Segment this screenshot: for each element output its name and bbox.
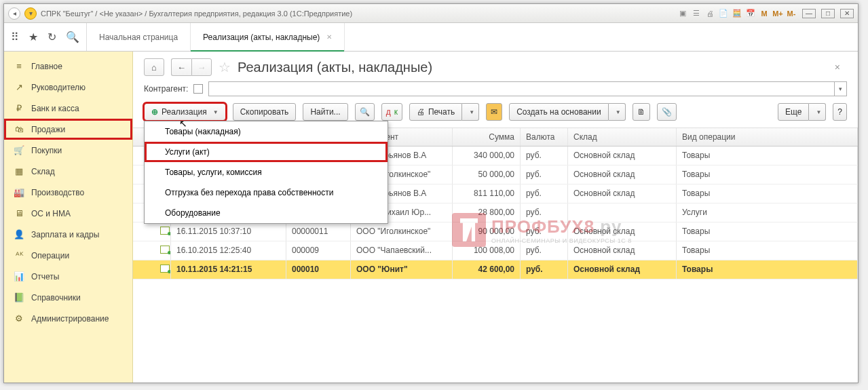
sidebar-item[interactable]: ₽Банк и касса xyxy=(4,98,132,119)
printer-icon: 🖨 xyxy=(417,107,425,117)
sidebar-icon: ↗ xyxy=(14,82,24,92)
mail-button[interactable]: ✉ xyxy=(486,103,502,121)
sidebar-item-label: Производство xyxy=(31,188,84,197)
cursor-icon: ↖ xyxy=(179,118,187,129)
sidebar-item[interactable]: ᴬᴷОперации xyxy=(4,245,132,266)
contragent-input[interactable] xyxy=(209,82,834,96)
sidebar-item-label: Руководителю xyxy=(31,83,86,92)
help-button[interactable]: ? xyxy=(833,103,847,121)
history-icon[interactable]: ↻ xyxy=(48,31,56,43)
close-button[interactable]: ✕ xyxy=(840,9,854,18)
sidebar-icon: 🛍 xyxy=(14,124,24,134)
th-op[interactable]: Вид операции xyxy=(677,128,858,146)
sidebar-item-label: Склад xyxy=(31,167,55,176)
attach-button[interactable]: 📎 xyxy=(657,103,677,121)
sidebar-item-label: Покупки xyxy=(31,146,62,155)
tool-icon[interactable]: 📄 xyxy=(718,8,729,19)
table-row[interactable]: 16.10.2015 12:25:40000009ООО "Чапаевский… xyxy=(133,241,858,260)
sidebar-item[interactable]: ⚙Администрирование xyxy=(4,308,132,329)
sidebar-icon: ⚙ xyxy=(14,313,24,324)
filter-checkbox[interactable] xyxy=(193,84,203,94)
sidebar-item-label: Отчеты xyxy=(31,272,59,281)
star-icon[interactable]: ★ xyxy=(29,31,38,43)
print-button[interactable]: 🖨Печать xyxy=(409,103,462,121)
apps-icon[interactable]: ⠿ xyxy=(11,31,19,43)
filter-input[interactable]: ▾ xyxy=(208,81,847,96)
chevron-down-icon: ▼ xyxy=(213,109,219,115)
sidebar-icon: ᴬᴷ xyxy=(14,250,24,260)
more-dropdown-button[interactable]: ▼ xyxy=(809,103,826,121)
table-row[interactable]: 16.11.2015 10:37:1000000011ООО "Иголкинс… xyxy=(133,222,858,241)
mode-m[interactable]: M xyxy=(759,8,770,19)
tool-icon[interactable]: 🖨 xyxy=(704,8,715,19)
maximize-button[interactable]: □ xyxy=(821,9,835,18)
sidebar-item-label: Зарплата и кадры xyxy=(31,230,99,239)
more-button[interactable]: Еще xyxy=(778,103,809,121)
sidebar-item[interactable]: ≡Главное xyxy=(4,56,132,77)
sidebar-item[interactable]: ↗Руководителю xyxy=(4,77,132,98)
create-based-button[interactable]: Создать на основании xyxy=(509,103,609,121)
sidebar-item[interactable]: 🖥ОС и НМА xyxy=(4,203,132,224)
sidebar-item-label: Банк и касса xyxy=(31,104,79,113)
clear-filter-button[interactable]: 🔍 xyxy=(355,103,375,121)
tab-bar: Начальная страница Реализация (акты, нак… xyxy=(87,23,345,51)
mode-mplus[interactable]: M+ xyxy=(772,8,783,19)
find-button[interactable]: Найти... xyxy=(303,103,347,121)
sidebar-item[interactable]: 🏭Производство xyxy=(4,182,132,203)
sidebar-item-label: Главное xyxy=(31,62,62,71)
filter-row: Контрагент: ▾ xyxy=(133,81,858,103)
tool-icon[interactable]: 🧮 xyxy=(732,8,742,19)
nav-down-icon[interactable]: ▾ xyxy=(24,7,37,20)
nav-back-icon[interactable]: ◂ xyxy=(8,7,20,20)
titlebar: ◂ ▾ СПРК "Бештуг" / <Не указан> / Бухгал… xyxy=(4,4,858,23)
search-icon[interactable]: 🔍 xyxy=(66,31,79,43)
th-store[interactable]: Склад xyxy=(568,128,677,146)
tool-icon[interactable]: ▣ xyxy=(677,8,688,19)
dropdown-item[interactable]: Товары, услуги, комиссия xyxy=(145,162,388,182)
home-button[interactable]: ⌂ xyxy=(144,58,164,76)
sidebar-item[interactable]: 📊Отчеты xyxy=(4,266,132,287)
sidebar-icon: ₽ xyxy=(14,103,24,113)
tab-start[interactable]: Начальная страница xyxy=(87,23,191,51)
close-page-icon[interactable]: × xyxy=(835,62,847,73)
sidebar-item-label: Операции xyxy=(31,251,69,260)
sidebar-icon: 📗 xyxy=(14,292,24,303)
sidebar-item[interactable]: ▦Склад xyxy=(4,161,132,182)
th-sum[interactable]: Сумма xyxy=(453,128,521,146)
filter-dropdown-icon[interactable]: ▾ xyxy=(834,82,846,96)
copy-button[interactable]: Скопировать xyxy=(233,103,297,121)
table-row[interactable]: 10.11.2015 14:21:15000010ООО "Юнит"42 60… xyxy=(133,260,858,279)
back-button[interactable]: ← xyxy=(171,58,191,76)
window-title: СПРК "Бештуг" / <Не указан> / Бухгалтери… xyxy=(41,9,673,18)
favorite-icon[interactable]: ☆ xyxy=(219,59,231,75)
dropdown-item[interactable]: Услуги (акт) xyxy=(145,142,388,162)
sidebar-icon: 🖥 xyxy=(14,208,24,218)
th-cur[interactable]: Валюта xyxy=(521,128,568,146)
sidebar-item[interactable]: 🛍Продажи xyxy=(4,119,132,140)
tab-realization[interactable]: Реализация (акты, накладные)✕ xyxy=(191,23,345,51)
dropdown-item[interactable]: Оборудование xyxy=(145,203,388,223)
dk-button[interactable]: дк xyxy=(381,103,402,121)
sidebar-item[interactable]: 🛒Покупки xyxy=(4,140,132,161)
tool-icon[interactable]: ☰ xyxy=(691,8,702,19)
body: ≡Главное↗Руководителю₽Банк и касса🛍Прода… xyxy=(4,52,858,383)
filter-label: Контрагент: xyxy=(144,84,188,94)
sidebar-icon: 🏭 xyxy=(14,187,24,197)
sidebar-item[interactable]: 👤Зарплата и кадры xyxy=(4,224,132,245)
sidebar-item[interactable]: 📗Справочники xyxy=(4,287,132,308)
tool-icon[interactable]: 📅 xyxy=(745,8,756,19)
create-based-dropdown-button[interactable]: ▼ xyxy=(609,103,626,121)
topbar-quick: ⠿ ★ ↻ 🔍 xyxy=(4,23,87,51)
realize-dropdown: Товары (накладная)Услуги (акт)Товары, ус… xyxy=(144,121,388,224)
doc-icon xyxy=(160,227,170,235)
minimize-button[interactable]: — xyxy=(802,9,816,18)
mode-mminus[interactable]: M- xyxy=(786,8,797,19)
doc-button[interactable]: 🗎 xyxy=(633,103,650,121)
dropdown-item[interactable]: Отгрузка без перехода права собственност… xyxy=(145,182,388,203)
sidebar-item-label: Справочники xyxy=(31,293,81,303)
sidebar-icon: ▦ xyxy=(14,166,24,176)
forward-button[interactable]: → xyxy=(191,58,212,76)
main-area: ⌂ ← → ☆ Реализация (акты, накладные) × К… xyxy=(133,52,858,383)
tab-close-icon[interactable]: ✕ xyxy=(326,33,332,41)
print-dropdown-button[interactable]: ▼ xyxy=(462,103,479,121)
